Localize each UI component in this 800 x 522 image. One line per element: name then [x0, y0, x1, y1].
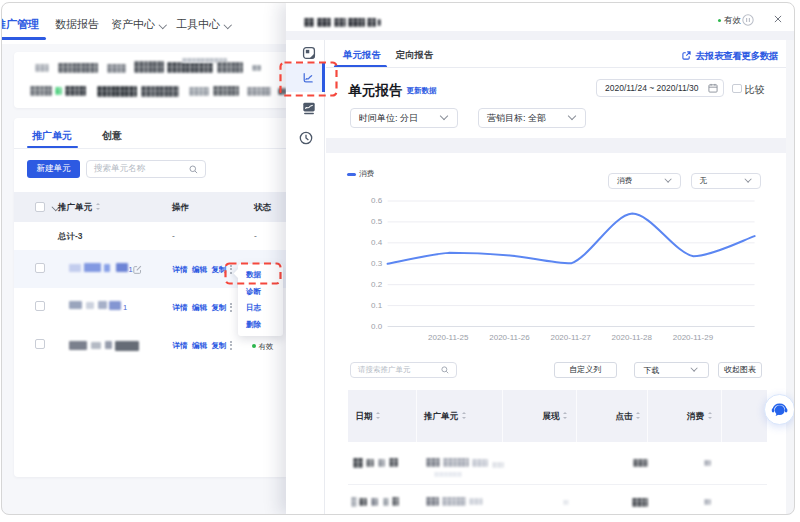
note-report-icon[interactable] — [302, 46, 316, 60]
redacted-text — [189, 87, 209, 96]
tab-promotion-unit[interactable]: 推广单元 — [32, 129, 72, 143]
row-action-copy[interactable]: 复制 — [212, 341, 227, 351]
time-unit-select[interactable]: 时间单位: 分日 — [350, 108, 458, 128]
calendar-icon — [708, 83, 718, 93]
redacted-text — [217, 62, 243, 73]
redacted-text — [359, 498, 367, 506]
row-action-detail[interactable]: 详情 — [173, 303, 188, 313]
close-icon[interactable] — [774, 15, 782, 23]
y-axis-label: 0.6 — [371, 196, 382, 205]
download-button[interactable]: 下载 — [634, 362, 709, 378]
compare-checkbox[interactable] — [732, 84, 742, 94]
edit-icon[interactable] — [133, 265, 142, 274]
x-axis-label: 2020-11-25 — [428, 333, 468, 342]
go-to-report-link[interactable]: 去报表查看更多数据 — [696, 50, 779, 63]
row-checkbox[interactable] — [35, 339, 45, 349]
scrollbar-track[interactable] — [786, 40, 794, 515]
redacted-text — [632, 498, 648, 507]
y-axis-label: 0.0 — [371, 322, 382, 331]
history-clock-icon[interactable] — [299, 131, 313, 145]
redacted-text — [69, 341, 87, 350]
select-all-checkbox[interactable] — [35, 202, 45, 212]
column-header-unit[interactable]: 推广单元 — [424, 411, 467, 423]
redacted-text — [353, 458, 363, 468]
y-axis-label: 0.5 — [371, 217, 382, 226]
row-action-detail[interactable]: 详情 — [173, 265, 188, 275]
redacted-text — [378, 459, 385, 467]
row-name-suffix: 1 — [123, 303, 127, 312]
redacted-text — [377, 19, 381, 27]
drawer-tab-border — [326, 67, 796, 68]
tab-targeting-report[interactable]: 定向报告 — [396, 49, 434, 62]
redacted-text — [115, 341, 139, 351]
redacted-text — [55, 87, 62, 95]
report-search-input[interactable]: 请搜索推广单元 — [350, 362, 457, 378]
x-axis-label: 2020-11-28 — [612, 333, 652, 342]
column-header-impressions[interactable]: 展现 — [543, 411, 569, 423]
tab-unit-report[interactable]: 单元报告 — [343, 49, 381, 62]
row-action-detail[interactable]: 详情 — [173, 341, 188, 351]
refresh-data-link[interactable]: 更新数据 — [407, 86, 437, 96]
nav-item-data-report[interactable]: 数据报告 — [55, 17, 99, 32]
tab-creative[interactable]: 创意 — [102, 129, 122, 143]
nav-active-underline — [1, 37, 46, 40]
column-header-operation: 操作 — [172, 202, 189, 214]
summary-name: 总计-3 — [58, 231, 83, 243]
sort-icon[interactable] — [376, 411, 382, 419]
search-icon — [441, 366, 449, 374]
y-axis-label: 0.3 — [371, 259, 382, 268]
billboard-icon[interactable] — [302, 101, 316, 115]
redacted-text — [69, 264, 81, 272]
x-axis-label: 2020-11-26 — [489, 333, 529, 342]
redacted-text — [69, 301, 82, 309]
row-action-copy[interactable]: 复制 — [212, 303, 227, 313]
drawer-icon-rail — [286, 40, 325, 515]
row-checkbox[interactable] — [35, 263, 45, 273]
unit-search-input[interactable]: 搜索单元名称 — [86, 160, 206, 178]
redacted-text — [58, 63, 98, 73]
more-actions-icon[interactable] — [230, 341, 232, 351]
redacted-text — [213, 86, 239, 96]
column-header-name[interactable]: 推广单元 — [58, 202, 101, 214]
redacted-text — [351, 497, 357, 507]
sort-icon[interactable] — [95, 202, 101, 210]
marketing-goal-select[interactable]: 营销目标: 全部 — [478, 108, 586, 128]
redacted-text — [247, 87, 271, 96]
column-header-cost[interactable]: 消费 — [687, 411, 713, 423]
nav-item-promotion-manage[interactable]: 推广管理 — [1, 17, 39, 32]
new-unit-button[interactable]: 新建单元 — [27, 160, 80, 178]
row-checkbox[interactable] — [35, 301, 45, 311]
headset-chat-icon — [770, 400, 789, 419]
row-action-edit[interactable]: 编辑 — [192, 341, 207, 351]
y-axis-label: 0.4 — [371, 238, 382, 247]
report-drawer: 有效 单元报告 定向报告 去报表查看更多数据 单元报告 更新数据 — [286, 2, 796, 515]
sort-icon[interactable] — [707, 411, 713, 419]
row-action-edit[interactable]: 编辑 — [192, 265, 207, 275]
compare-label: 比较 — [745, 83, 765, 97]
more-actions-icon[interactable] — [230, 303, 232, 313]
status-dot — [252, 344, 256, 348]
column-header-clicks[interactable]: 点击 — [616, 411, 642, 423]
collapse-chart-button[interactable]: 收起图表 — [718, 362, 762, 378]
nav-item-asset-center[interactable]: 资产中心 — [111, 17, 166, 32]
redacted-text — [334, 18, 346, 27]
pause-circle-icon[interactable] — [742, 14, 754, 26]
sort-icon[interactable] — [563, 411, 569, 419]
redacted-text — [109, 301, 121, 310]
column-header-date[interactable]: 日期 — [356, 411, 382, 423]
sort-icon[interactable] — [636, 411, 642, 419]
date-range-picker[interactable]: 2020/11/24 ~ 2020/11/30 — [596, 79, 724, 97]
window-frame: 推广管理 数据报告 资产中心 工具中心 推广单元 创意 新建单元 搜索单元名称 … — [1, 2, 795, 515]
customer-service-button[interactable] — [764, 394, 795, 425]
menu-item-log[interactable]: 日志 — [246, 303, 261, 313]
chart-canvas — [326, 160, 796, 345]
nav-item-tool-center[interactable]: 工具中心 — [176, 17, 231, 32]
drawer-main: 单元报告 定向报告 去报表查看更多数据 单元报告 更新数据 2020/11/24… — [326, 40, 796, 515]
menu-item-delete[interactable]: 删除 — [246, 320, 261, 330]
sort-icon[interactable] — [461, 411, 467, 419]
header-divider — [286, 31, 796, 40]
custom-columns-button[interactable]: 自定义列 — [554, 362, 617, 378]
row-action-edit[interactable]: 编辑 — [192, 303, 207, 313]
redacted-text — [426, 458, 440, 467]
menu-item-diagnose[interactable]: 诊断 — [246, 287, 261, 297]
